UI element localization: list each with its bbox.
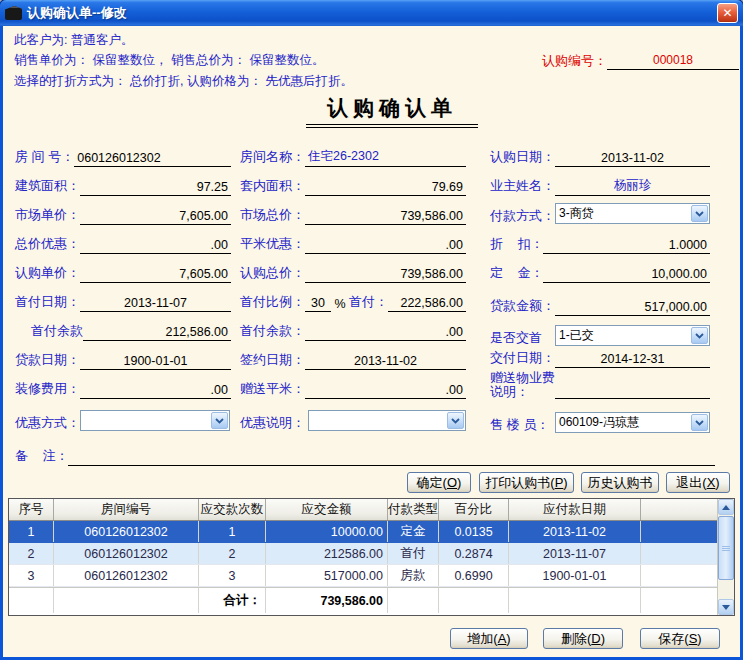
deliver-date-input[interactable]: 2014-12-31	[555, 352, 710, 368]
field-discount-rate: 折 扣： 1.0000	[490, 235, 710, 254]
market-total-price-label: 市场总价：	[240, 206, 305, 225]
field-market-unit-price: 市场单价： 7,605.00	[15, 206, 231, 225]
add-button[interactable]: 增加(A)	[450, 628, 528, 649]
discount-rate-input[interactable]: 1.0000	[543, 238, 710, 254]
sign-date-label: 签约日期：	[240, 351, 305, 370]
field-deposit: 定 金： 10,000.00	[490, 264, 710, 283]
scroll-up-button[interactable]	[718, 499, 734, 515]
title-bar: 认购确认单--修改 ✕	[0, 0, 743, 26]
delete-button[interactable]: 删除(D)	[543, 628, 623, 649]
first-paid-value: 1-已交	[556, 327, 690, 344]
loan-amount-input[interactable]: 517,000.00	[555, 300, 710, 316]
deposit-input[interactable]: 10,000.00	[543, 267, 710, 283]
market-total-price-input[interactable]: 739,586.00	[305, 209, 466, 225]
order-number-value: 000018	[607, 53, 739, 70]
dialog-window: 认购确认单--修改 ✕ 此客户为: 普通客户。 销售单价为： 保留整数位， 销售…	[0, 0, 743, 660]
notice-line-3: 选择的打折方式为： 总价打折, 认购价格为： 先优惠后打折。	[14, 73, 353, 90]
col-header-installment: 应交款次数	[199, 499, 266, 520]
table-header-row: 序号 房间编号 应交款次数 应交金额 付款类型 百分比 应付款日期	[9, 499, 717, 521]
exit-button[interactable]: 退出(X)	[666, 472, 730, 493]
form-title: 认购确认单	[306, 94, 478, 122]
inner-area-input[interactable]: 79.69	[305, 180, 466, 196]
sqm-discount-label: 平米优惠：	[240, 235, 305, 254]
purchase-unit-price-input[interactable]: 7,605.00	[80, 267, 231, 283]
payment-schedule-table: 序号 房间编号 应交款次数 应交金额 付款类型 百分比 应付款日期 1 0601…	[8, 498, 735, 616]
first-pay-date-label: 首付日期：	[15, 293, 80, 312]
col-header-room-no: 房间编号	[54, 499, 199, 520]
gift-property-fee-input[interactable]	[555, 383, 710, 399]
discount-rate-label: 折 扣：	[490, 235, 543, 254]
field-salesman-label: 售 楼 员：	[490, 416, 556, 435]
first-paid-select[interactable]: 1-已交	[555, 325, 710, 346]
purchase-date-input[interactable]: 2013-11-02	[555, 151, 710, 167]
scroll-down-button[interactable]	[718, 599, 734, 615]
gift-sqm-input[interactable]: .00	[305, 383, 466, 399]
room-no-input[interactable]: 060126012302	[74, 151, 231, 167]
discount-note-select[interactable]	[308, 410, 466, 431]
first-pay-balance-mid-label: 首付余款：	[240, 322, 305, 341]
order-number-group: 认购编号： 000018	[542, 52, 739, 70]
col-header-seq: 序号	[9, 499, 54, 520]
chevron-down-icon	[691, 327, 708, 344]
history-button[interactable]: 历史认购书	[581, 472, 659, 493]
market-unit-price-input[interactable]: 7,605.00	[80, 209, 231, 225]
purchase-unit-price-label: 认购单价：	[15, 264, 80, 283]
field-purchase-date: 认购日期： 2013-11-02	[490, 148, 710, 167]
form-title-block: 认购确认单	[306, 94, 478, 128]
first-pay-date-input[interactable]: 2013-11-07	[80, 296, 231, 312]
field-first-pay-date: 首付日期： 2013-11-07	[15, 293, 231, 312]
table-total-row: 合计： 739,586.00	[9, 587, 717, 613]
discount-method-select[interactable]	[80, 410, 230, 431]
col-header-pay-type: 付款类型	[388, 499, 439, 520]
col-header-filler	[641, 499, 717, 520]
print-confirmation-button[interactable]: 打印认购书(P)	[479, 472, 574, 493]
gift-property-fee-label-line1: 赠送物业费	[490, 371, 555, 385]
sqm-discount-input[interactable]: .00	[305, 238, 466, 254]
payment-method-value: 3-商贷	[556, 205, 690, 222]
room-name-input[interactable]: 住宅26-2302	[305, 148, 466, 167]
confirm-button[interactable]: 确定(O)	[407, 472, 471, 493]
owner-name-input[interactable]: 杨丽珍	[555, 177, 710, 196]
payment-method-select[interactable]: 3-商贷	[555, 203, 710, 224]
chevron-down-icon	[447, 412, 464, 429]
notice-line-1: 此客户为: 普通客户。	[14, 32, 133, 49]
field-decoration-fee: 装修费用： .00	[15, 380, 231, 399]
field-deliver-date: 交付日期： 2014-12-31	[490, 349, 710, 368]
field-discount-method-label: 优惠方式：	[15, 414, 81, 433]
col-header-due-date: 应付款日期	[509, 499, 641, 520]
chevron-down-icon	[211, 412, 228, 429]
room-no-label: 房 间 号：	[15, 148, 74, 167]
scrollbar-thumb[interactable]	[718, 516, 734, 580]
close-button[interactable]: ✕	[717, 3, 738, 23]
gift-property-fee-label: 赠送物业费 说明：	[490, 371, 555, 399]
save-button[interactable]: 保存(S)	[640, 628, 720, 649]
build-area-input[interactable]: 97.25	[80, 180, 231, 196]
purchase-total-price-input[interactable]: 739,586.00	[305, 267, 466, 283]
sign-date-input[interactable]: 2013-11-02	[305, 354, 466, 370]
first-pay-amount-input[interactable]: 222,586.00	[388, 296, 466, 312]
purchase-total-price-label: 认购总价：	[240, 264, 305, 283]
total-value: 739,586.00	[266, 588, 388, 613]
close-icon: ✕	[722, 6, 732, 20]
dialog-content: 此客户为: 普通客户。 销售单价为： 保留整数位， 销售总价为： 保留整数位。 …	[3, 26, 740, 657]
table-row[interactable]: 1 060126012302 1 10000.00 定金 0.0135 2013…	[9, 521, 717, 543]
first-pay-balance-left-input[interactable]: 212,586.00	[83, 325, 231, 341]
field-market-total-price: 市场总价： 739,586.00	[240, 206, 466, 225]
build-area-label: 建筑面积：	[15, 177, 80, 196]
loan-date-input[interactable]: 1900-01-01	[80, 354, 231, 370]
gift-sqm-label: 赠送平米：	[240, 380, 305, 399]
table-scrollbar[interactable]	[717, 499, 734, 615]
field-remark: 备 注：	[15, 447, 715, 466]
first-pay-balance-mid-input[interactable]: .00	[305, 325, 466, 341]
remark-input[interactable]	[68, 450, 715, 466]
first-pay-balance-left-label: 首付余款	[15, 322, 83, 341]
scroll-up-icon	[722, 505, 730, 510]
decoration-fee-label: 装修费用：	[15, 380, 80, 399]
decoration-fee-input[interactable]: .00	[80, 383, 231, 399]
table-row[interactable]: 2 060126012302 2 212586.00 首付 0.2874 201…	[9, 543, 717, 565]
total-price-discount-input[interactable]: .00	[80, 238, 231, 254]
percent-sign: %	[331, 297, 349, 312]
salesman-select[interactable]: 060109-冯琼慧	[555, 412, 710, 433]
table-row[interactable]: 3 060126012302 3 517000.00 房款 0.6990 190…	[9, 565, 717, 587]
first-pay-ratio-input[interactable]: 30	[305, 296, 331, 312]
